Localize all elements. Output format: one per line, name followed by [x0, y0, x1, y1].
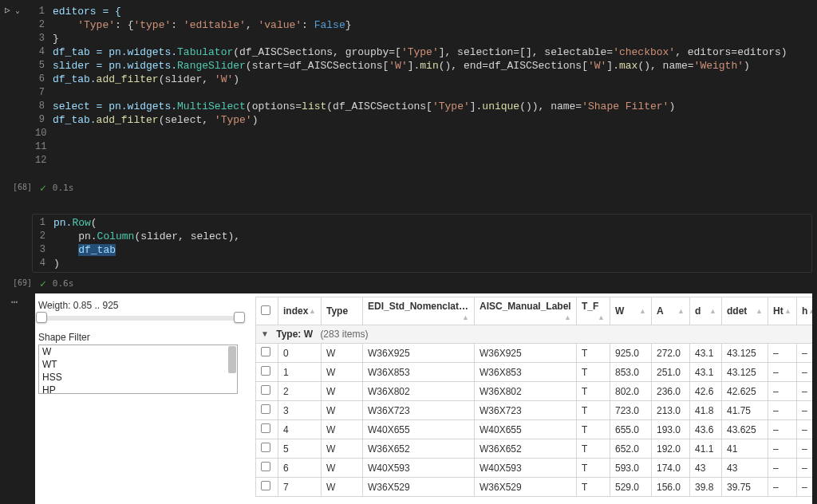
table-row[interactable]: 0WW36X925W36X925T925.0272.043.143.125–– — [256, 344, 813, 363]
column-header[interactable]: d▲ — [690, 297, 722, 325]
multiselect-option[interactable]: WT — [39, 358, 237, 371]
controls-column: Weigth: 0.85 .. 925 Shape Filter W WT HS… — [38, 300, 243, 394]
code-cell-2[interactable]: 1pn.Row( 2 pn.Column(slider, select), 3 … — [32, 214, 812, 273]
cell-ht: – — [768, 363, 797, 382]
table-row[interactable]: 3WW36X723W36X723T723.0213.041.841.75–– — [256, 401, 813, 420]
row-checkbox-cell[interactable] — [256, 401, 278, 420]
column-header[interactable]: T_F▲ — [577, 297, 610, 325]
row-checkbox-cell[interactable] — [256, 459, 278, 478]
cell-d: 39.8 — [690, 478, 722, 497]
column-header[interactable]: EDI_Std_Nomenclature▲ — [363, 297, 475, 325]
checkbox-icon[interactable] — [261, 305, 270, 315]
column-header[interactable]: ddet▲ — [722, 297, 768, 325]
cell-h: – — [797, 401, 813, 420]
column-header[interactable]: Ht▲ — [768, 297, 797, 325]
cell-ht: – — [768, 439, 797, 459]
checkbox-icon[interactable] — [261, 366, 270, 376]
run-cell-button[interactable]: ▷ ⌄ — [5, 5, 20, 15]
cell-counter-2: [69] — [13, 278, 32, 287]
table-row[interactable]: 6WW40X593W40X593T593.0174.04343–– — [256, 459, 813, 478]
header-checkbox-cell[interactable] — [256, 297, 278, 325]
cell-a: 236.0 — [652, 382, 690, 401]
cell-counter-1: [68] — [13, 183, 32, 191]
cell-aisc: W36X925 — [475, 344, 577, 363]
checkbox-icon[interactable] — [261, 443, 270, 452]
cell-d: 41.8 — [690, 401, 722, 420]
sort-icon: ▲ — [462, 313, 469, 321]
cell-d: 43.1 — [690, 344, 722, 363]
cell-w: 529.0 — [610, 478, 652, 497]
cell-a: 156.0 — [652, 478, 690, 497]
cell-ht: – — [768, 344, 797, 363]
cell-ht: – — [768, 459, 797, 478]
sort-icon: ▲ — [808, 307, 812, 315]
multiselect-option[interactable]: HP — [39, 384, 237, 394]
cell-w: 802.0 — [610, 382, 652, 401]
checkbox-icon[interactable] — [261, 462, 270, 471]
column-header[interactable]: Type — [322, 297, 363, 325]
cell-h: – — [797, 363, 813, 382]
column-header[interactable]: h▲ — [797, 297, 813, 325]
cell-w: 723.0 — [610, 401, 652, 420]
slider-handle-low[interactable] — [36, 312, 47, 323]
group-collapse-icon[interactable]: ▼ — [261, 329, 269, 338]
column-header[interactable]: index▲ — [278, 297, 322, 325]
range-slider[interactable] — [40, 316, 241, 321]
cell-output: Weigth: 0.85 .. 925 Shape Filter W WT HS… — [35, 293, 812, 504]
table-header-row: index▲ Type EDI_Std_Nomenclature▲ AISC_M… — [256, 297, 813, 325]
cell-d: 43.6 — [690, 420, 722, 439]
checkbox-icon[interactable] — [261, 385, 270, 395]
multiselect-option[interactable]: W — [39, 345, 237, 358]
table-row[interactable]: 4WW40X655W40X655T655.0193.043.643.625–– — [256, 420, 813, 439]
sort-icon: ▲ — [598, 313, 605, 321]
sort-icon: ▲ — [564, 313, 571, 321]
sort-icon: ▲ — [756, 307, 763, 315]
cell-index: 3 — [278, 401, 322, 420]
cell-aisc: W36X529 — [475, 478, 577, 497]
table-row[interactable]: 7WW36X529W36X529T529.0156.039.839.75–– — [256, 478, 813, 497]
multiselect[interactable]: W WT HSS HP — [38, 345, 238, 394]
table-row[interactable]: 2WW36X802W36X802T802.0236.042.642.625–– — [256, 382, 813, 401]
row-checkbox-cell[interactable] — [256, 439, 278, 459]
cell-a: 192.0 — [652, 439, 690, 459]
row-checkbox-cell[interactable] — [256, 420, 278, 439]
cell-h: – — [797, 478, 813, 497]
cell-h: – — [797, 459, 813, 478]
row-checkbox-cell[interactable] — [256, 382, 278, 401]
code-text: editors = { — [53, 6, 121, 18]
checkbox-icon[interactable] — [261, 404, 270, 414]
check-icon: ✓ — [40, 182, 46, 194]
code-cell-1[interactable]: 1editors = { 2 'Type': {'type': 'editabl… — [32, 3, 812, 169]
cell-index: 1 — [278, 363, 322, 382]
checkbox-icon[interactable] — [261, 423, 270, 433]
row-checkbox-cell[interactable] — [256, 344, 278, 363]
cell-aisc: W36X652 — [475, 439, 577, 459]
row-checkbox-cell[interactable] — [256, 363, 278, 382]
scrollbar[interactable] — [228, 346, 236, 373]
cell-status-1: ✓ 0.1s — [40, 182, 73, 194]
cell-w: 593.0 — [610, 459, 652, 478]
check-icon: ✓ — [40, 278, 46, 289]
slider-handle-high[interactable] — [234, 312, 245, 323]
cell-edi: W36X925 — [363, 344, 475, 363]
column-header[interactable]: A▲ — [652, 297, 690, 325]
checkbox-icon[interactable] — [261, 481, 270, 490]
cell-type: W — [322, 420, 363, 439]
table-row[interactable]: 1WW36X853W36X853T853.0251.043.143.125–– — [256, 363, 813, 382]
column-header[interactable]: AISC_Manual_Label▲ — [475, 297, 577, 325]
cell-edi: W36X802 — [363, 382, 475, 401]
column-header[interactable]: W▲ — [610, 297, 652, 325]
cell-edi: W36X853 — [363, 363, 475, 382]
cell-tf: T — [577, 344, 610, 363]
more-actions-icon[interactable]: ⋯ — [11, 295, 18, 308]
cell-index: 5 — [278, 439, 322, 459]
row-checkbox-cell[interactable] — [256, 478, 278, 497]
table-group-row[interactable]: ▼ Type: W (283 items) — [256, 325, 813, 344]
cell-d: 43 — [690, 459, 722, 478]
checkbox-icon[interactable] — [261, 347, 270, 356]
cell-tf: T — [577, 459, 610, 478]
table-row[interactable]: 5WW36X652W36X652T652.0192.041.141–– — [256, 439, 813, 459]
cell-tf: T — [577, 420, 610, 439]
multiselect-option[interactable]: HSS — [39, 371, 237, 384]
sort-icon: ▲ — [309, 307, 316, 315]
